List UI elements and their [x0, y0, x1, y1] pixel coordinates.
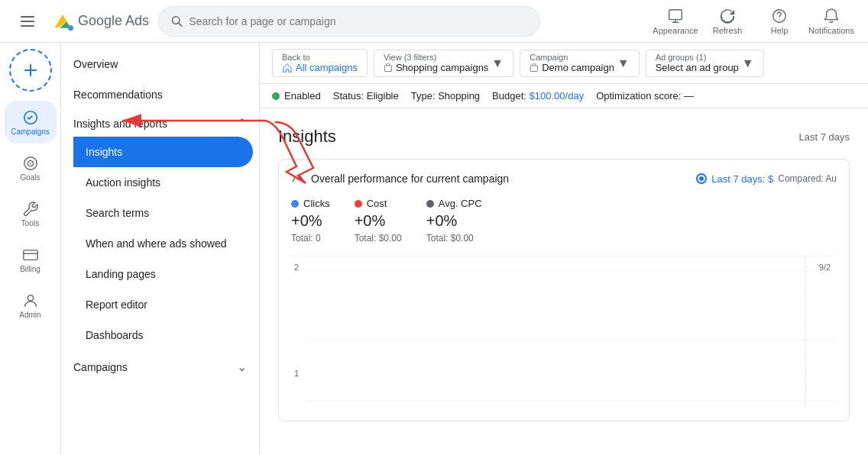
svg-rect-21: [531, 66, 538, 72]
help-label: Help: [771, 26, 789, 35]
svg-point-10: [779, 18, 779, 19]
status-bar: Enabled Status: Eligible Type: Shopping …: [260, 84, 868, 108]
topbar: Google Ads Appearance Refresh: [0, 0, 868, 43]
campaign-filter-arrow: ▼: [617, 56, 630, 70]
nav-section-campaigns[interactable]: Campaigns ⌄: [61, 353, 259, 380]
sidebar-item-billing[interactable]: Billing: [5, 238, 57, 281]
avgcpc-value: +0%: [426, 212, 482, 230]
nav-item-when-where[interactable]: When and where ads showed: [73, 228, 259, 259]
hamburger-button[interactable]: [12, 6, 43, 37]
create-button[interactable]: [9, 49, 52, 92]
compared-label: Compared: Au: [778, 173, 837, 184]
cost-total: Total: $0.00: [355, 233, 402, 244]
status-optimization: Optimization score: —: [596, 90, 694, 102]
refresh-button[interactable]: Refresh: [703, 2, 752, 41]
chart-y-label-2: 2: [294, 263, 299, 272]
svg-rect-1: [21, 21, 34, 22]
sidebar-item-admin[interactable]: Admin: [5, 284, 57, 327]
search-input[interactable]: [189, 15, 527, 27]
refresh-label: Refresh: [713, 26, 743, 35]
last-days-radio[interactable]: Last 7 days: $ Compared: Au: [696, 173, 837, 185]
nav-section-main: Overview Recommendations Insights and re…: [61, 43, 259, 386]
nav-section-insights-reports[interactable]: Insights and reports ⌃: [61, 110, 259, 137]
svg-rect-17: [23, 250, 37, 260]
search-icon: [171, 15, 183, 27]
chevron-down-icon: ⌄: [237, 360, 247, 374]
last-days-label: Last 7 days: [799, 131, 850, 143]
search-bar[interactable]: [158, 6, 540, 37]
sidebar-item-goals[interactable]: Goals: [5, 147, 57, 189]
status-budget: Budget: $100.00/day: [492, 90, 584, 102]
insights-header: Insights Last 7 days: [278, 127, 850, 147]
billing-label: Billing: [20, 265, 40, 273]
svg-point-19: [28, 295, 33, 300]
svg-rect-20: [384, 66, 391, 72]
admin-label: Admin: [19, 311, 40, 319]
nav-item-auction-insights[interactable]: Auction insights: [73, 167, 259, 198]
status-eligible: Status: Eligible: [333, 90, 399, 102]
campaign-icon: [530, 63, 539, 73]
admin-icon: [22, 292, 39, 309]
help-button[interactable]: Help: [755, 2, 804, 41]
nav-panel: Overview Recommendations Insights and re…: [61, 43, 260, 455]
sidebar-icons: Campaigns Goals Tools Billing: [0, 43, 61, 455]
notifications-label: Notifications: [808, 26, 854, 35]
chevron-up-icon: ⌃: [237, 116, 247, 131]
radio-button: [696, 173, 707, 184]
sidebar-item-tools[interactable]: Tools: [5, 192, 57, 235]
goals-label: Goals: [20, 173, 40, 182]
topbar-left: Google Ads: [12, 6, 149, 37]
svg-rect-0: [21, 16, 34, 18]
adgroups-filter-chip[interactable]: Ad groups (1) Select an ad group ▼: [646, 50, 764, 77]
nav-item-landing-pages[interactable]: Landing pages: [73, 259, 259, 289]
cost-value: +0%: [355, 212, 402, 230]
svg-rect-6: [669, 9, 682, 19]
nav-item-dashboards[interactable]: Dashboards: [73, 320, 259, 350]
shopping-icon: [384, 63, 393, 73]
performance-card: Overall performance for current campaign…: [278, 159, 850, 421]
content-area: Back to All campaigns View (3 filters) S…: [260, 43, 868, 455]
budget-link[interactable]: $100.00/day: [530, 90, 585, 102]
notifications-icon: [823, 8, 840, 24]
nav-item-insights[interactable]: Insights: [73, 137, 253, 167]
sidebar-item-campaigns[interactable]: Campaigns: [5, 101, 57, 144]
notifications-button[interactable]: Notifications: [807, 2, 856, 41]
home-icon: [282, 63, 293, 73]
main-layout: Campaigns Goals Tools Billing: [0, 43, 868, 455]
chart-x-label: 9/2: [819, 263, 831, 272]
campaign-filter-chip[interactable]: Campaign Demo campaign ▼: [520, 50, 640, 77]
chart-y-label-1: 1: [294, 369, 299, 378]
campaigns-label: Campaigns: [11, 127, 50, 136]
nav-item-overview[interactable]: Overview: [61, 49, 259, 79]
nav-item-report-editor[interactable]: Report editor: [73, 289, 259, 320]
campaigns-icon: [22, 109, 39, 126]
view-filter-chip[interactable]: View (3 filters) Shopping campaigns ▼: [374, 50, 513, 77]
status-type: Type: Shopping: [411, 90, 480, 102]
insights-title: Insights: [278, 127, 336, 147]
clicks-total: Total: 0: [291, 233, 330, 244]
view-filter-arrow: ▼: [491, 56, 504, 70]
status-enabled: Enabled: [272, 90, 321, 102]
tools-label: Tools: [21, 219, 39, 228]
google-ads-logo: Google Ads: [52, 11, 149, 32]
metric-clicks: Clicks +0% Total: 0: [291, 198, 330, 244]
metrics-row: Clicks +0% Total: 0 Cost +0% Total: $0.0…: [291, 198, 837, 244]
avgcpc-color-dot: [426, 200, 434, 208]
perf-card-title: Overall performance for current campaign: [291, 172, 509, 186]
perf-card-header: Overall performance for current campaign…: [291, 172, 837, 186]
chart-area: 2 1 9/2: [291, 256, 837, 408]
nav-item-recommendations[interactable]: Recommendations: [61, 79, 259, 110]
help-icon: [771, 8, 788, 24]
appearance-icon: [667, 8, 684, 24]
svg-point-16: [30, 163, 31, 164]
nav-item-search-terms[interactable]: Search terms: [73, 198, 259, 228]
adgroups-filter-arrow: ▼: [742, 56, 754, 70]
billing-icon: [22, 247, 39, 263]
appearance-button[interactable]: Appearance: [651, 2, 700, 41]
back-to-all-campaigns[interactable]: Back to All campaigns: [272, 49, 368, 77]
clicks-value: +0%: [291, 212, 330, 230]
trend-icon: [291, 172, 305, 186]
insights-content: Insights Last 7 days Overall performance…: [260, 108, 868, 440]
tools-icon: [22, 201, 39, 218]
svg-point-3: [68, 25, 73, 31]
